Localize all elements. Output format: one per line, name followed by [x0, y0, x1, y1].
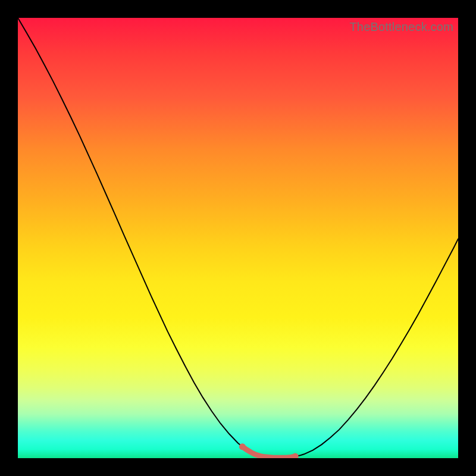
highlight-start-dot	[239, 443, 246, 450]
plot-area: TheBottleneck.com	[18, 18, 458, 458]
highlight-segment	[242, 447, 295, 458]
highlight-end-dot	[292, 453, 299, 458]
curve-svg	[18, 18, 458, 458]
chart-frame: TheBottleneck.com	[0, 0, 476, 476]
bottleneck-curve	[18, 18, 458, 458]
